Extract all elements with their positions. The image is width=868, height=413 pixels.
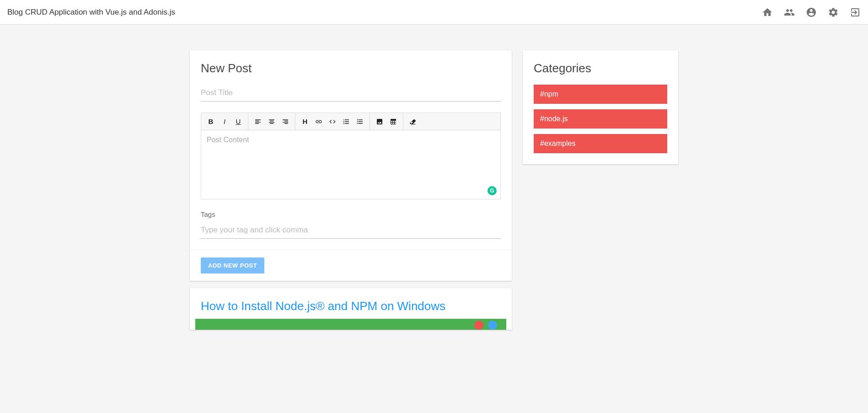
tags-label: Tags [201,210,501,218]
post-card: How to Install Node.js® and NPM on Windo… [190,288,512,330]
new-post-title: New Post [201,61,501,75]
grammarly-icon[interactable]: G [488,186,497,195]
post-badge-area [195,319,506,330]
link-button[interactable] [312,115,326,129]
logout-icon[interactable] [850,7,861,18]
people-icon[interactable] [784,7,795,18]
editor-toolbar: B I U H [201,113,500,130]
tags-input[interactable] [201,222,501,239]
unordered-list-button[interactable] [353,115,367,129]
code-button[interactable] [326,115,339,129]
post-content-input[interactable]: Post Content G [201,130,500,199]
home-icon[interactable] [762,7,773,18]
category-item[interactable]: #node.js [534,109,667,129]
content-placeholder: Post Content [207,136,249,144]
settings-icon[interactable] [828,7,839,18]
categories-card: Categories #npm #node.js #examples [523,50,678,164]
ordered-list-button[interactable] [339,115,353,129]
align-center-button[interactable] [265,115,279,129]
header: Blog CRUD Application with Vue.js and Ad… [0,0,868,25]
add-new-post-button[interactable]: ADD NEW POST [201,257,264,274]
post-title-link[interactable]: How to Install Node.js® and NPM on Windo… [190,288,512,319]
italic-button[interactable]: I [218,115,231,129]
post-title-input[interactable] [201,85,501,102]
align-right-button[interactable] [279,115,292,129]
app-title: Blog CRUD Application with Vue.js and Ad… [7,8,175,17]
eraser-button[interactable] [406,115,420,129]
category-item[interactable]: #examples [534,134,667,153]
align-left-button[interactable] [251,115,265,129]
editor: B I U H [201,113,501,199]
header-icons [762,7,861,18]
delete-badge-icon[interactable] [474,321,483,330]
image-button[interactable] [373,115,386,129]
new-post-card: New Post B I U [190,50,512,281]
underline-button[interactable]: U [231,115,245,129]
table-button[interactable] [386,115,400,129]
edit-badge-icon[interactable] [488,321,497,330]
heading-button[interactable]: H [298,115,312,129]
account-icon[interactable] [806,7,817,18]
bold-button[interactable]: B [204,115,218,129]
categories-title: Categories [534,61,667,75]
category-item[interactable]: #npm [534,85,667,104]
